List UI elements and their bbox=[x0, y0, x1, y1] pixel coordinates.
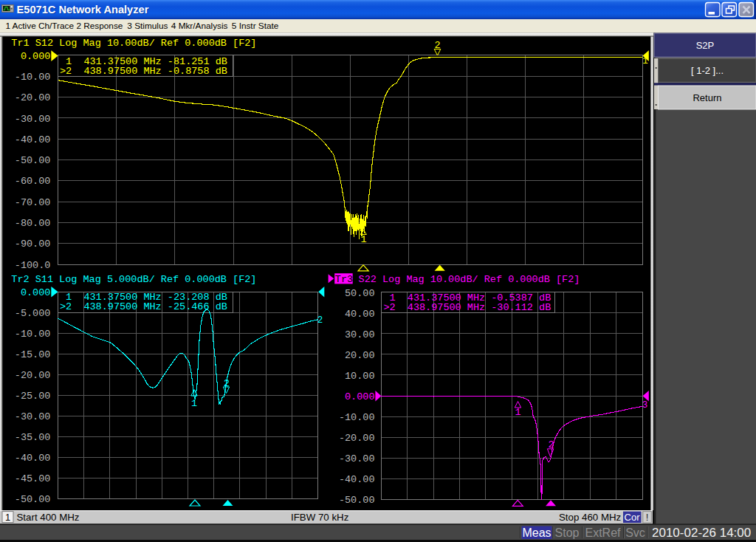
svg-text:-10.00: -10.00 bbox=[339, 412, 375, 423]
svg-text:-30.00: -30.00 bbox=[339, 453, 375, 464]
svg-text:3: 3 bbox=[642, 400, 648, 411]
svg-text:Stop: Stop bbox=[555, 526, 580, 539]
svg-text:1: 1 bbox=[515, 407, 520, 418]
svg-text:-40.00: -40.00 bbox=[15, 134, 51, 145]
svg-text:-80.00: -80.00 bbox=[15, 218, 51, 229]
svg-text:-50.00: -50.00 bbox=[339, 495, 375, 506]
svg-text:1 Active Ch/Trace: 1 Active Ch/Trace bbox=[5, 21, 74, 31]
svg-text:2010-02-26 14:00: 2010-02-26 14:00 bbox=[652, 526, 751, 540]
svg-text:-20.00: -20.00 bbox=[15, 92, 51, 103]
svg-text:>2 438.97500 MHz -25.466 dB: >2 438.97500 MHz -25.466 dB bbox=[60, 301, 227, 312]
svg-text:1: 1 bbox=[191, 398, 197, 409]
svg-text:Start 400 MHz: Start 400 MHz bbox=[17, 512, 80, 523]
svg-text:-30.00: -30.00 bbox=[15, 411, 51, 422]
svg-text:-50.00: -50.00 bbox=[15, 494, 51, 505]
svg-text:-10.00: -10.00 bbox=[15, 72, 51, 83]
svg-text:-100.0: -100.0 bbox=[15, 260, 51, 271]
svg-text:-45.00: -45.00 bbox=[15, 473, 51, 484]
svg-text:-35.00: -35.00 bbox=[15, 432, 51, 443]
svg-text:-20.00: -20.00 bbox=[339, 433, 375, 444]
svg-text:IFBW 70 kHz: IFBW 70 kHz bbox=[291, 512, 348, 523]
svg-text:Stop 460 MHz: Stop 460 MHz bbox=[559, 512, 621, 523]
svg-text:2: 2 bbox=[317, 315, 323, 326]
svg-text:40.00: 40.00 bbox=[345, 309, 375, 320]
svg-text:1: 1 bbox=[642, 56, 648, 66]
svg-text:-60.00: -60.00 bbox=[15, 176, 51, 187]
svg-text:-15.00: -15.00 bbox=[15, 349, 51, 360]
svg-text:Tr1 S12 Log Mag 10.00dB/ Ref 0: Tr1 S12 Log Mag 10.00dB/ Ref 0.000dB [F2… bbox=[11, 38, 256, 49]
svg-text:S22 Log Mag 10.00dB/ Ref 0.000: S22 Log Mag 10.00dB/ Ref 0.000dB [F2] bbox=[359, 274, 580, 285]
svg-text:10.00: 10.00 bbox=[345, 371, 375, 382]
svg-text:[ 1-2 ]...: [ 1-2 ]... bbox=[691, 65, 724, 76]
svg-text:>2 438.97500 MHz -0.8758 dB: >2 438.97500 MHz -0.8758 dB bbox=[60, 66, 227, 77]
svg-text:1: 1 bbox=[360, 234, 366, 245]
svg-text:>2 438.97500 MHz -30.112 dB: >2 438.97500 MHz -30.112 dB bbox=[383, 302, 551, 313]
svg-text:E5071C Network Analyzer: E5071C Network Analyzer bbox=[17, 4, 149, 16]
svg-text:!: ! bbox=[646, 512, 649, 523]
svg-text:ExtRef: ExtRef bbox=[585, 526, 621, 539]
svg-text:-40.00: -40.00 bbox=[15, 453, 51, 464]
svg-text:50.00: 50.00 bbox=[345, 288, 375, 299]
svg-text:-50.00: -50.00 bbox=[15, 155, 51, 166]
svg-text:0.000: 0.000 bbox=[21, 51, 51, 62]
svg-text:-5.000: -5.000 bbox=[15, 308, 51, 319]
svg-text:30.00: 30.00 bbox=[345, 329, 375, 340]
svg-text:Meas: Meas bbox=[522, 526, 551, 539]
svg-text:S2P: S2P bbox=[696, 40, 715, 51]
svg-text:Return: Return bbox=[693, 92, 721, 103]
svg-text:Tr3: Tr3 bbox=[335, 274, 353, 285]
svg-text:-20.00: -20.00 bbox=[15, 370, 51, 381]
svg-text:2: 2 bbox=[548, 439, 554, 450]
svg-text:3 Stimulus: 3 Stimulus bbox=[127, 21, 168, 31]
svg-text:2 Response: 2 Response bbox=[76, 21, 123, 31]
svg-text:0.000: 0.000 bbox=[345, 391, 375, 402]
svg-text:-30.00: -30.00 bbox=[15, 114, 51, 125]
svg-text:-10.00: -10.00 bbox=[15, 329, 51, 340]
svg-text:-90.00: -90.00 bbox=[15, 239, 51, 250]
svg-text:1: 1 bbox=[5, 512, 10, 523]
svg-text:-70.00: -70.00 bbox=[15, 197, 51, 208]
svg-text:Cor: Cor bbox=[625, 512, 641, 523]
svg-text:-40.00: -40.00 bbox=[339, 474, 375, 485]
svg-text:4 Mkr/Analysis: 4 Mkr/Analysis bbox=[171, 21, 228, 31]
svg-text:5 Instr State: 5 Instr State bbox=[232, 21, 279, 31]
svg-text:Tr2 S11 Log Mag 5.000dB/ Ref 0: Tr2 S11 Log Mag 5.000dB/ Ref 0.000dB [F2… bbox=[11, 274, 256, 285]
svg-text:0.000: 0.000 bbox=[21, 287, 51, 298]
svg-text:-25.00: -25.00 bbox=[15, 391, 51, 402]
svg-text:Svc: Svc bbox=[625, 526, 645, 539]
svg-text:20.00: 20.00 bbox=[345, 350, 375, 361]
